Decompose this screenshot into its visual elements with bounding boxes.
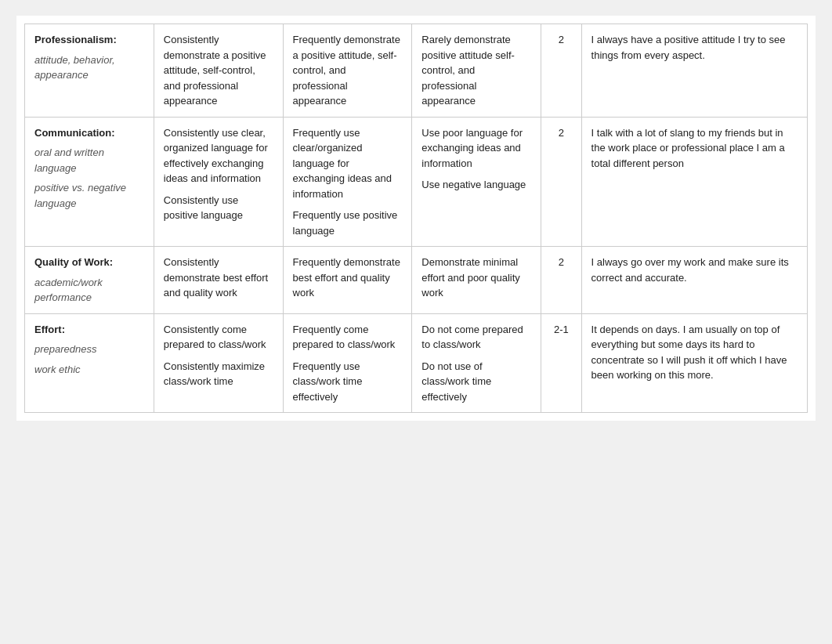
criteria-low-text: Do not come prepared to class/work xyxy=(421,322,531,353)
score-cell: 2-1 xyxy=(541,313,581,413)
category-title: Effort: xyxy=(34,324,65,335)
category-cell: Professionalism:attitude, behavior, appe… xyxy=(25,24,154,118)
criteria-mid-text: Frequently demonstrate best effort and q… xyxy=(293,255,403,301)
criteria-high: Consistently use clear, organized langua… xyxy=(154,117,283,247)
criteria-mid: Frequently come prepared to class/workFr… xyxy=(283,313,412,413)
criteria-mid: Frequently use clear/organized language … xyxy=(283,117,412,247)
criteria-high-text: Consistently use clear, organized langua… xyxy=(164,125,273,186)
score-cell: 2 xyxy=(541,117,581,247)
criteria-high-text: Consistently use positive language xyxy=(164,193,273,223)
category-title: Professionalism: xyxy=(34,34,117,45)
criteria-low: Use poor language for exchanging ideas a… xyxy=(412,117,541,247)
criteria-mid-text: Frequently demonstrate a positive attitu… xyxy=(293,32,403,109)
criteria-high: Consistently demonstrate a positive atti… xyxy=(154,24,283,118)
criteria-low: Do not come prepared to class/workDo not… xyxy=(412,313,541,413)
table-row: Effort:preparednesswork ethicConsistentl… xyxy=(25,313,808,413)
criteria-low: Demonstrate minimal effort and poor qual… xyxy=(412,247,541,314)
score-cell: 2 xyxy=(541,247,581,314)
comment-cell: I always go over my work and make sure i… xyxy=(581,247,807,314)
category-cell: Effort:preparednesswork ethic xyxy=(25,313,154,413)
comment-cell: I always have a positive attitude I try … xyxy=(581,24,807,118)
table-row: Quality of Work:academic/work performanc… xyxy=(25,247,808,314)
criteria-mid-text: Frequently use positive language xyxy=(293,208,403,238)
criteria-mid-text: Frequently come prepared to class/work xyxy=(293,322,403,353)
criteria-high-text: Consistently maximize class/work time xyxy=(164,359,273,389)
criteria-low: Rarely demonstrate positive attitude sel… xyxy=(412,24,541,118)
category-title: Quality of Work: xyxy=(34,256,113,268)
table-row: Communication:oral and written languagep… xyxy=(25,117,808,247)
category-cell: Quality of Work:academic/work performanc… xyxy=(25,247,154,314)
rubric-table: Professionalism:attitude, behavior, appe… xyxy=(24,24,808,413)
category-cell: Communication:oral and written languagep… xyxy=(25,117,154,247)
category-title: Communication: xyxy=(34,127,115,139)
criteria-high: Consistently come prepared to class/work… xyxy=(154,313,283,413)
criteria-mid-text: Frequently use clear/organized language … xyxy=(293,125,403,202)
criteria-low-text: Demonstrate minimal effort and poor qual… xyxy=(421,255,531,301)
criteria-low-text: Rarely demonstrate positive attitude sel… xyxy=(421,32,531,109)
category-sub: preparedness xyxy=(34,342,144,357)
criteria-low-text: Do not use of class/work time effectivel… xyxy=(421,359,531,405)
criteria-high-text: Consistently demonstrate best effort and… xyxy=(164,255,273,301)
criteria-mid: Frequently demonstrate best effort and q… xyxy=(283,247,412,314)
category-sub: work ethic xyxy=(34,362,144,378)
category-sub: attitude, behavior, appearance xyxy=(34,52,144,83)
category-sub: oral and written language xyxy=(34,145,144,175)
category-sub: academic/work performance xyxy=(34,275,144,306)
table-row: Professionalism:attitude, behavior, appe… xyxy=(25,24,808,118)
criteria-high-text: Consistently demonstrate a positive atti… xyxy=(164,32,273,109)
criteria-high-text: Consistently come prepared to class/work xyxy=(164,322,273,353)
criteria-low-text: Use negative language xyxy=(421,177,531,193)
page-container: Professionalism:attitude, behavior, appe… xyxy=(16,16,816,421)
criteria-mid-text: Frequently use class/work time effective… xyxy=(293,359,403,405)
criteria-mid: Frequently demonstrate a positive attitu… xyxy=(283,24,412,118)
criteria-high: Consistently demonstrate best effort and… xyxy=(154,247,283,314)
comment-cell: It depends on days. I am usually on top … xyxy=(581,313,807,413)
category-sub: positive vs. negative language xyxy=(34,180,144,211)
comment-cell: I talk with a lot of slang to my friends… xyxy=(581,117,807,247)
criteria-low-text: Use poor language for exchanging ideas a… xyxy=(421,125,531,172)
score-cell: 2 xyxy=(541,24,581,118)
